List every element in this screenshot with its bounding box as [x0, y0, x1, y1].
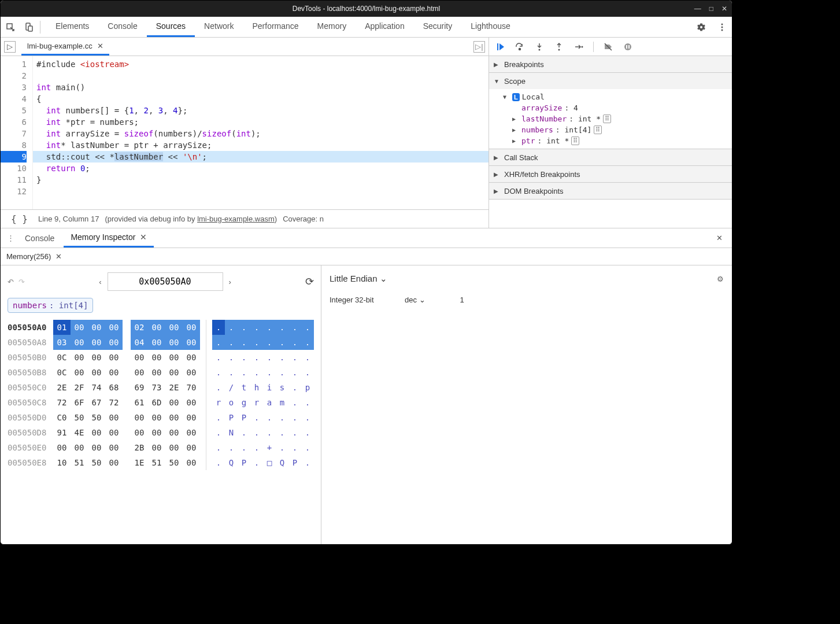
xhr-section[interactable]: ▶XHR/fetch Breakpoints: [489, 166, 732, 182]
svg-rect-12: [628, 45, 630, 49]
step-over-icon[interactable]: [515, 42, 525, 52]
svg-point-4: [721, 26, 723, 28]
drawer-tab-console[interactable]: Console: [18, 230, 61, 247]
svg-point-5: [721, 29, 723, 31]
minimize-icon[interactable]: —: [694, 5, 701, 13]
interp-type-label: Integer 32-bit: [330, 296, 399, 304]
tab-elements[interactable]: Elements: [46, 17, 98, 37]
file-tab[interactable]: lmi-bug-example.cc ✕: [21, 38, 109, 56]
scope-var-lastNumber[interactable]: ▶lastNumber: int * ⠿: [489, 113, 732, 124]
deactivate-bp-icon[interactable]: [603, 42, 613, 52]
svg-point-3: [721, 23, 723, 25]
object-chip[interactable]: numbers: int[4]: [8, 298, 93, 313]
chevron-down-icon: ⌄: [380, 274, 387, 283]
tab-security[interactable]: Security: [414, 17, 462, 37]
tab-network[interactable]: Network: [195, 17, 243, 37]
step-icon[interactable]: [573, 42, 584, 52]
inspect-icon[interactable]: [5, 22, 16, 32]
scope-var-numbers[interactable]: ▶numbers: int[4] ⠿: [489, 124, 732, 135]
device-icon[interactable]: [24, 22, 34, 32]
svg-rect-2: [28, 26, 32, 31]
close-drawer-tab-icon[interactable]: ✕: [140, 232, 147, 242]
main-tabs: ElementsConsoleSourcesNetworkPerformance…: [46, 17, 520, 37]
reveal-memory-icon[interactable]: ⠿: [594, 125, 602, 134]
close-icon[interactable]: ✕: [721, 5, 727, 13]
address-input[interactable]: [108, 272, 223, 291]
more-icon[interactable]: [717, 22, 727, 32]
tab-console[interactable]: Console: [98, 17, 146, 37]
tab-sources[interactable]: Sources: [147, 17, 195, 37]
scope-local[interactable]: ▼L Local: [489, 91, 732, 102]
window-title: DevTools - localhost:4000/lmi-bug-exampl…: [293, 5, 440, 13]
step-into-icon[interactable]: [534, 42, 545, 52]
code-editor[interactable]: #include <iostream>int main(){ int numbe…: [33, 56, 489, 209]
toggle-sidebar-icon[interactable]: ▷|: [473, 41, 485, 53]
interp-value: 1: [460, 296, 464, 304]
memory-tab[interactable]: Memory(256)✕: [6, 252, 62, 261]
redo-icon[interactable]: ↷: [18, 278, 25, 286]
dom-section[interactable]: ▶DOM Breakpoints: [489, 183, 732, 199]
svg-point-10: [624, 43, 631, 50]
prev-page-icon[interactable]: ‹: [99, 278, 101, 286]
undo-icon[interactable]: ↶: [8, 278, 14, 286]
debugger-toolbar: [489, 38, 732, 56]
svg-rect-11: [626, 45, 627, 49]
close-memory-tab-icon[interactable]: ✕: [55, 252, 62, 261]
scope-var-ptr[interactable]: ▶ptr: int * ⠿: [489, 135, 732, 146]
callstack-section[interactable]: ▶Call Stack: [489, 149, 732, 165]
next-page-icon[interactable]: ›: [229, 278, 231, 286]
refresh-icon[interactable]: ⟳: [305, 275, 314, 288]
scope-var-arraySize[interactable]: arraySize: 4: [489, 102, 732, 113]
interp-settings-icon[interactable]: ⚙: [717, 275, 724, 283]
svg-point-7: [539, 49, 541, 50]
hex-grid[interactable]: 005050A00100000002000000........005050A8…: [8, 320, 314, 470]
tab-application[interactable]: Application: [356, 17, 414, 37]
titlebar: DevTools - localhost:4000/lmi-bug-exampl…: [1, 1, 732, 17]
scope-section[interactable]: ▼Scope: [489, 73, 732, 89]
status-bar: { } Line 9, Column 17 (provided via debu…: [1, 209, 489, 228]
maximize-icon[interactable]: □: [709, 5, 713, 13]
line-gutter[interactable]: 123456789101112: [1, 56, 33, 209]
tab-lighthouse[interactable]: Lighthouse: [461, 17, 520, 37]
endian-select[interactable]: Little Endian ⌄: [330, 274, 387, 284]
reveal-memory-icon[interactable]: ⠿: [571, 136, 579, 145]
pause-exception-icon[interactable]: [623, 42, 633, 52]
svg-point-9: [582, 46, 583, 47]
drawer-tab-memory-inspector[interactable]: Memory Inspector✕: [64, 228, 154, 248]
svg-point-8: [558, 49, 560, 50]
chevron-down-icon: ⌄: [419, 296, 425, 304]
drawer-more-icon[interactable]: ⋮: [5, 233, 16, 243]
snippets-icon[interactable]: ▷: [4, 41, 16, 53]
breakpoints-section[interactable]: ▶Breakpoints: [489, 56, 732, 72]
main-toolbar: ElementsConsoleSourcesNetworkPerformance…: [1, 17, 732, 38]
svg-point-6: [519, 48, 521, 50]
resume-icon[interactable]: [495, 42, 505, 52]
tab-memory[interactable]: Memory: [308, 17, 356, 37]
pretty-print-icon[interactable]: { }: [6, 213, 32, 224]
wasm-link[interactable]: lmi-bug-example.wasm: [197, 215, 275, 223]
reveal-memory-icon[interactable]: ⠿: [603, 115, 611, 123]
format-select[interactable]: dec ⌄: [405, 296, 425, 304]
close-drawer-icon[interactable]: ✕: [712, 234, 727, 242]
close-tab-icon[interactable]: ✕: [97, 42, 103, 50]
settings-icon[interactable]: [696, 22, 706, 32]
step-out-icon[interactable]: [554, 42, 564, 52]
tab-performance[interactable]: Performance: [243, 17, 308, 37]
